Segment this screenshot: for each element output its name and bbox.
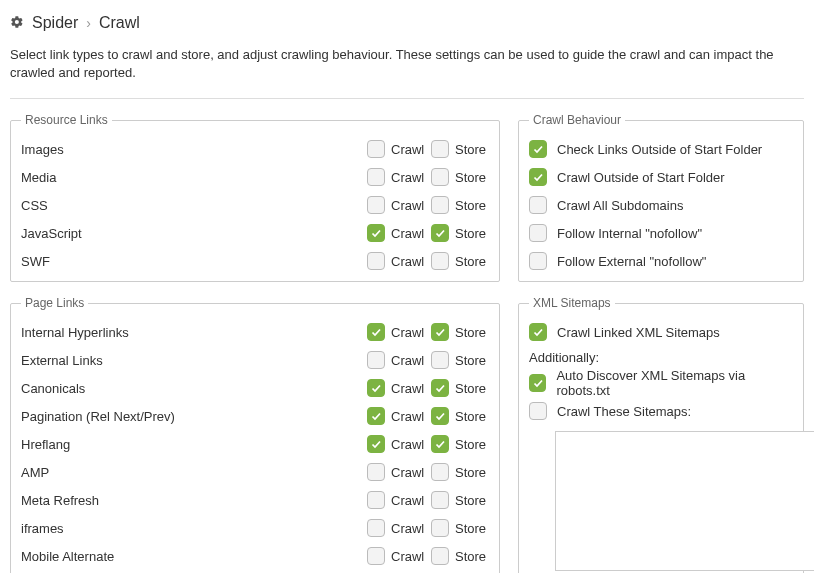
checkbox-store[interactable] <box>431 140 449 158</box>
store-label: Store <box>455 493 489 508</box>
option-row: AMPCrawlStore <box>21 458 489 486</box>
crawl-label: Crawl <box>391 226 425 241</box>
crawl-label: Crawl <box>391 254 425 269</box>
xml-crawl-linked-row: Crawl Linked XML Sitemaps <box>529 318 793 346</box>
checkbox-crawl[interactable] <box>367 407 385 425</box>
checkbox-store[interactable] <box>431 196 449 214</box>
option-label: Images <box>21 142 361 157</box>
checkbox-crawl-these[interactable] <box>529 402 547 420</box>
option-label: Meta Refresh <box>21 493 361 508</box>
breadcrumb: Spider › Crawl <box>10 10 804 46</box>
checkbox-crawl[interactable] <box>367 491 385 509</box>
option-label: Hreflang <box>21 437 361 452</box>
breadcrumb-root[interactable]: Spider <box>32 14 78 32</box>
checkbox-store[interactable] <box>431 547 449 565</box>
option-row: iframesCrawlStore <box>21 514 489 542</box>
group-page-links: Page Links Internal HyperlinksCrawlStore… <box>10 296 500 573</box>
store-label: Store <box>455 465 489 480</box>
option-label: Follow Internal "nofollow" <box>557 226 702 241</box>
option-label: CSS <box>21 198 361 213</box>
option-row: Meta RefreshCrawlStore <box>21 486 489 514</box>
checkbox-crawl[interactable] <box>367 463 385 481</box>
option-row: SWFCrawlStore <box>21 247 489 275</box>
checkbox-crawl[interactable] <box>367 323 385 341</box>
gear-icon <box>10 15 24 32</box>
checkbox-crawl[interactable] <box>367 379 385 397</box>
store-label: Store <box>455 170 489 185</box>
crawl-label: Crawl <box>391 381 425 396</box>
checkbox[interactable] <box>529 196 547 214</box>
page-description: Select link types to crawl and store, an… <box>10 46 804 98</box>
group-resource-links: Resource Links ImagesCrawlStoreMediaCraw… <box>10 113 500 282</box>
group-title: XML Sitemaps <box>529 296 615 310</box>
crawl-behaviour-rows: Check Links Outside of Start FolderCrawl… <box>529 135 793 275</box>
group-title: Resource Links <box>21 113 112 127</box>
page-links-rows: Internal HyperlinksCrawlStoreExternal Li… <box>21 318 489 570</box>
checkbox-crawl[interactable] <box>367 435 385 453</box>
option-label: Media <box>21 170 361 185</box>
crawl-label: Crawl <box>391 353 425 368</box>
group-title: Page Links <box>21 296 88 310</box>
checkbox-store[interactable] <box>431 168 449 186</box>
crawl-label: Crawl <box>391 549 425 564</box>
option-row: HreflangCrawlStore <box>21 430 489 458</box>
option-label: Crawl All Subdomains <box>557 198 683 213</box>
checkbox[interactable] <box>529 224 547 242</box>
option-row: Follow External "nofollow" <box>529 247 793 275</box>
checkbox-crawl[interactable] <box>367 168 385 186</box>
store-label: Store <box>455 226 489 241</box>
crawl-label: Crawl <box>391 409 425 424</box>
option-row: Check Links Outside of Start Folder <box>529 135 793 163</box>
breadcrumb-page: Crawl <box>99 14 140 32</box>
crawl-label: Crawl <box>391 170 425 185</box>
crawl-label: Crawl <box>391 325 425 340</box>
label-crawl-these: Crawl These Sitemaps: <box>557 404 691 419</box>
store-label: Store <box>455 437 489 452</box>
group-xml-sitemaps: XML Sitemaps Crawl Linked XML Sitemaps A… <box>518 296 804 573</box>
checkbox-crawl-linked-sitemaps[interactable] <box>529 323 547 341</box>
checkbox-auto-discover[interactable] <box>529 374 546 392</box>
option-row: External LinksCrawlStore <box>21 346 489 374</box>
label-crawl-linked-sitemaps: Crawl Linked XML Sitemaps <box>557 325 720 340</box>
option-label: Follow External "nofollow" <box>557 254 706 269</box>
checkbox-crawl[interactable] <box>367 547 385 565</box>
option-row: ImagesCrawlStore <box>21 135 489 163</box>
option-row: JavaScriptCrawlStore <box>21 219 489 247</box>
checkbox-store[interactable] <box>431 463 449 481</box>
option-label: JavaScript <box>21 226 361 241</box>
checkbox-crawl[interactable] <box>367 519 385 537</box>
checkbox-store[interactable] <box>431 519 449 537</box>
checkbox-store[interactable] <box>431 323 449 341</box>
chevron-right-icon: › <box>86 15 91 31</box>
checkbox-store[interactable] <box>431 407 449 425</box>
checkbox-store[interactable] <box>431 379 449 397</box>
store-label: Store <box>455 549 489 564</box>
checkbox[interactable] <box>529 168 547 186</box>
checkbox-crawl[interactable] <box>367 252 385 270</box>
option-label: Check Links Outside of Start Folder <box>557 142 762 157</box>
checkbox-store[interactable] <box>431 224 449 242</box>
checkbox-crawl[interactable] <box>367 224 385 242</box>
checkbox-store[interactable] <box>431 435 449 453</box>
store-label: Store <box>455 381 489 396</box>
sitemap-list-input[interactable] <box>555 431 814 571</box>
checkbox-crawl[interactable] <box>367 351 385 369</box>
xml-auto-discover-row: Auto Discover XML Sitemaps via robots.tx… <box>529 369 793 397</box>
checkbox[interactable] <box>529 140 547 158</box>
option-row: Pagination (Rel Next/Prev)CrawlStore <box>21 402 489 430</box>
option-row: Follow Internal "nofollow" <box>529 219 793 247</box>
checkbox-store[interactable] <box>431 351 449 369</box>
store-label: Store <box>455 353 489 368</box>
option-label: Pagination (Rel Next/Prev) <box>21 409 361 424</box>
checkbox-store[interactable] <box>431 252 449 270</box>
option-label: Canonicals <box>21 381 361 396</box>
option-label: Mobile Alternate <box>21 549 361 564</box>
divider <box>10 98 804 99</box>
checkbox[interactable] <box>529 252 547 270</box>
crawl-label: Crawl <box>391 493 425 508</box>
checkbox-store[interactable] <box>431 491 449 509</box>
checkbox-crawl[interactable] <box>367 196 385 214</box>
checkbox-crawl[interactable] <box>367 140 385 158</box>
option-row: Mobile AlternateCrawlStore <box>21 542 489 570</box>
resource-links-rows: ImagesCrawlStoreMediaCrawlStoreCSSCrawlS… <box>21 135 489 275</box>
